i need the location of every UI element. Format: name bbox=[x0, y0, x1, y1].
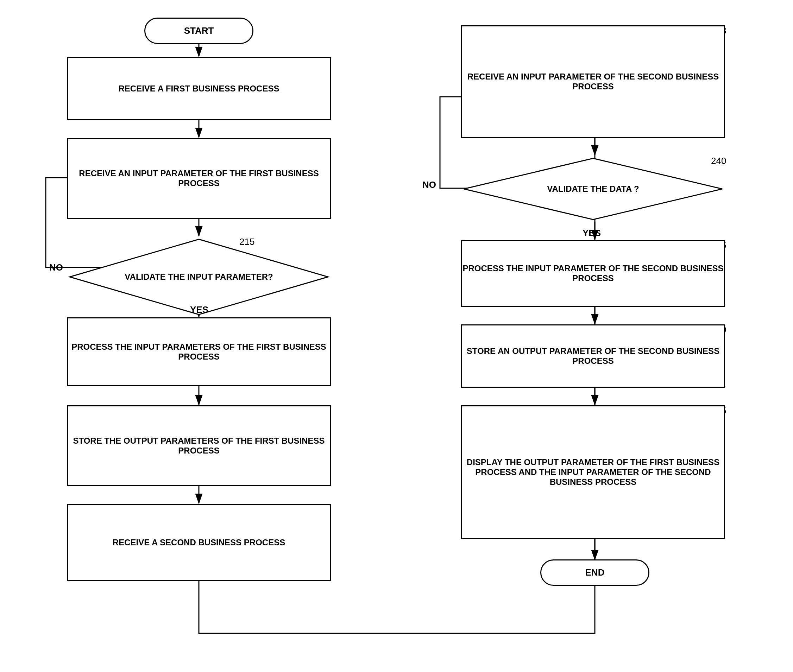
yes-label-240: YES bbox=[583, 228, 601, 238]
box-205: RECEIVE A FIRST BUSINESS PROCESS bbox=[67, 57, 331, 120]
no-label-215: NO bbox=[49, 262, 63, 273]
box-210: RECEIVE AN INPUT PARAMETER OF THE FIRST … bbox=[67, 138, 331, 219]
diamond-240: VALIDATE THE DATA ? bbox=[461, 155, 725, 222]
box-238: RECEIVE AN INPUT PARAMETER OF THE SECOND… bbox=[461, 25, 725, 138]
no-label-240: NO bbox=[422, 179, 436, 190]
box-245: PROCESS THE INPUT PARAMETER OF THE SECON… bbox=[461, 240, 725, 307]
end-node: END bbox=[540, 559, 649, 586]
box-220: PROCESS THE INPUT PARAMETERS OF THE FIRS… bbox=[67, 317, 331, 386]
box-250: STORE AN OUTPUT PARAMETER OF THE SECOND … bbox=[461, 325, 725, 388]
box-255: DISPLAY THE OUTPUT PARAMETER OF THE FIRS… bbox=[461, 405, 725, 539]
diagram-container: START 205 RECEIVE A FIRST BUSINESS PROCE… bbox=[0, 0, 793, 672]
yes-label-215: YES bbox=[190, 304, 208, 315]
box-235: RECEIVE A SECOND BUSINESS PROCESS bbox=[67, 504, 331, 581]
box-225: STORE THE OUTPUT PARAMETERS OF THE FIRST… bbox=[67, 405, 331, 486]
start-node: START bbox=[144, 18, 253, 44]
